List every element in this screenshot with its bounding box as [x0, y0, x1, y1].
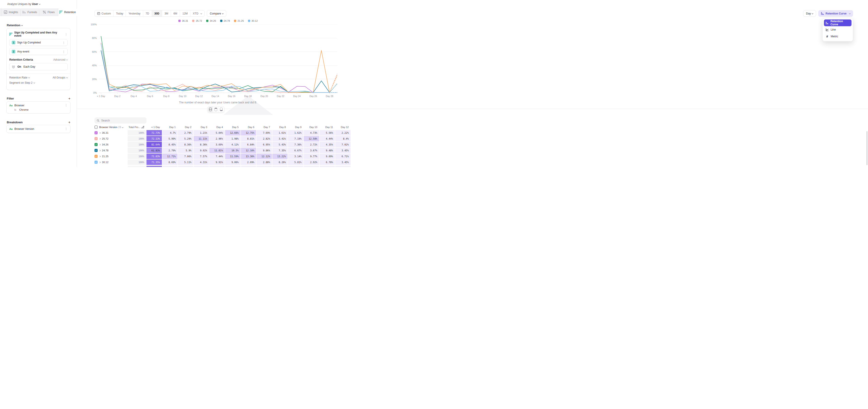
value-cell[interactable]: 2.09%	[241, 159, 256, 165]
expand-row-icon[interactable]	[99, 132, 101, 134]
segment-on-step-dropdown[interactable]: Segment on Step 2	[9, 81, 35, 84]
first-day-cell[interactable]: 61.83%	[147, 148, 162, 153]
value-cell[interactable]: 8.36%	[194, 142, 209, 147]
value-cell[interactable]: 9.09%	[320, 154, 335, 159]
day-header-cell[interactable]: Day 8	[272, 125, 288, 129]
expand-row-icon[interactable]	[99, 144, 101, 145]
value-cell[interactable]: 5.04%	[209, 130, 225, 136]
value-cell[interactable]: 5.81%	[288, 159, 303, 165]
value-cell[interactable]: 7.06%	[178, 154, 193, 159]
step-1-kebab-icon[interactable]: ⋮	[62, 41, 65, 44]
value-cell[interactable]: 4.35%	[320, 142, 335, 147]
range-3m[interactable]: 3M	[162, 10, 171, 17]
value-cell[interactable]: 7.44%	[209, 154, 225, 159]
value-cell[interactable]: 5.43%	[272, 142, 288, 147]
value-cell[interactable]: 3.69%	[209, 142, 225, 147]
value-cell[interactable]: 2.22%	[335, 130, 350, 136]
value-cell[interactable]: 8.81%	[241, 136, 256, 141]
value-cell[interactable]: 12.12%	[256, 154, 272, 159]
select-all-checkbox[interactable]: −	[94, 125, 98, 129]
value-cell[interactable]: 9.48%	[320, 148, 335, 153]
value-cell[interactable]: 3.45%	[335, 148, 350, 153]
day-header-cell[interactable]: Day 12	[335, 125, 350, 129]
row-checkbox[interactable]: ✓	[94, 155, 98, 158]
first-day-cell[interactable]: 72.13%	[147, 136, 162, 141]
legend-item-25.72[interactable]: 25.72	[192, 20, 202, 22]
value-cell[interactable]: 12.58%	[304, 136, 319, 141]
search-input[interactable]	[101, 119, 142, 122]
value-cell[interactable]: 10.5%	[225, 148, 241, 153]
total-header-cell[interactable]: Total Pro...	[128, 125, 146, 129]
filter-kebab-icon[interactable]: ⋮	[65, 104, 68, 107]
row-checkbox[interactable]: ✓	[94, 137, 98, 140]
value-cell[interactable]: 12.71%	[162, 154, 178, 159]
legend-item-21.25[interactable]: 21.25	[234, 20, 244, 22]
compare-button[interactable]: Compare	[207, 10, 226, 17]
value-cell[interactable]: 5.11%	[178, 159, 193, 165]
first-day-cell[interactable]: 82.64%	[147, 142, 162, 147]
day-header-cell[interactable]: Day 4	[209, 125, 225, 129]
add-breakdown-button[interactable]: +	[68, 121, 70, 124]
value-cell[interactable]: 4.31%	[194, 159, 209, 165]
day-header-cell[interactable]: Day 2	[178, 125, 193, 129]
day-header-cell[interactable]: Day 6	[241, 125, 256, 129]
value-cell[interactable]: 6.67%	[288, 148, 303, 153]
row-checkbox[interactable]: ✓	[94, 131, 98, 135]
value-cell[interactable]: 5.9%	[178, 148, 193, 153]
day-header-cell[interactable]: Day 10	[304, 125, 319, 129]
value-cell[interactable]: 2.96%	[209, 136, 225, 141]
day-header-cell[interactable]: Day 3	[194, 125, 209, 129]
value-cell[interactable]: 12.66%	[225, 130, 241, 136]
group-header-cell[interactable]: −Browser Version23	[94, 125, 127, 129]
value-cell[interactable]: 2.79%	[162, 148, 178, 153]
tab-insights[interactable]: Insights	[2, 8, 21, 16]
range-xtd[interactable]: XTD	[190, 10, 204, 17]
add-filter-button[interactable]: +	[68, 97, 70, 100]
value-cell[interactable]: 3.41%	[272, 136, 288, 141]
retention-chart[interactable]	[99, 24, 337, 94]
advanced-dropdown[interactable]: Advanced	[53, 58, 68, 61]
expand-row-icon[interactable]	[99, 138, 101, 139]
value-cell[interactable]: 5.29%	[178, 136, 193, 141]
value-cell[interactable]: 3.67%	[304, 148, 319, 153]
value-cell[interactable]: 7.69%	[256, 130, 272, 136]
first-day-cell[interactable]: 71.35%	[147, 159, 162, 165]
legend-item-30.12[interactable]: 30.12	[248, 20, 258, 22]
expand-row-icon[interactable]	[99, 161, 101, 163]
value-cell[interactable]: 6.95%	[256, 142, 272, 147]
range-6m[interactable]: 6M	[171, 10, 180, 17]
layout-split-button[interactable]	[208, 107, 213, 112]
value-cell[interactable]: 7.35%	[272, 148, 288, 153]
value-cell[interactable]: 3.14%	[288, 154, 303, 159]
range-7d[interactable]: 7D	[143, 10, 152, 17]
day-header-cell[interactable]: Day 11	[320, 125, 335, 129]
step-2[interactable]: 2 Any event ⋮	[9, 48, 68, 55]
value-cell[interactable]: 2.92%	[304, 159, 319, 165]
value-cell[interactable]: 5.99%	[162, 136, 178, 141]
table-search[interactable]	[94, 117, 147, 123]
value-cell[interactable]: 2.82%	[256, 136, 272, 141]
analyze-value[interactable]: User	[32, 2, 38, 6]
range-yesterday[interactable]: Yesterday	[126, 10, 143, 17]
range-12m[interactable]: 12M	[180, 10, 190, 17]
value-cell[interactable]: 9.91%	[209, 159, 225, 165]
value-cell[interactable]: 8.4%	[335, 136, 350, 141]
value-cell[interactable]: 2.88%	[256, 159, 272, 165]
value-cell[interactable]: 11.81%	[209, 148, 225, 153]
tab-funnels[interactable]: Funnels	[21, 8, 39, 16]
value-cell[interactable]: 1.62%	[288, 130, 303, 136]
breakdown-kebab-icon[interactable]: ⋮	[65, 127, 68, 130]
value-cell[interactable]: 4.12%	[225, 142, 241, 147]
query-kebab-icon[interactable]: ⋮	[65, 33, 68, 36]
sort-icon[interactable]	[141, 126, 144, 128]
all-groups-dropdown[interactable]: All Groups	[53, 76, 68, 79]
legend-item-24.78[interactable]: 24.78	[220, 20, 230, 22]
value-cell[interactable]: 5.56%	[320, 130, 335, 136]
value-cell[interactable]: 11.59%	[225, 154, 241, 159]
row-checkbox[interactable]: ✓	[94, 143, 98, 146]
layout-chart-button[interactable]	[213, 107, 219, 112]
value-cell[interactable]: 1.61%	[272, 130, 288, 136]
tab-retention[interactable]: Retention	[58, 8, 77, 16]
value-cell[interactable]: 6.78%	[320, 159, 335, 165]
expand-row-icon[interactable]	[99, 149, 101, 151]
